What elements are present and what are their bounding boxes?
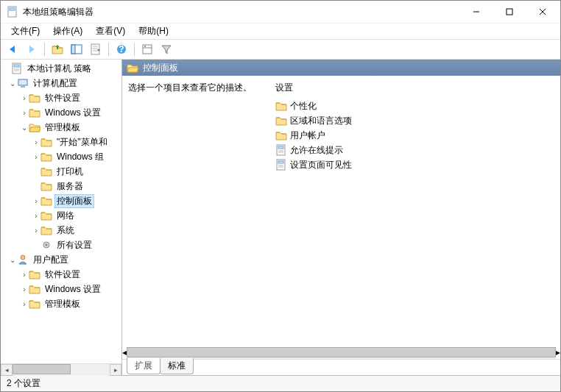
folder-icon bbox=[40, 165, 52, 177]
app-icon bbox=[7, 6, 18, 18]
description-column: 选择一个项目来查看它的描述。 bbox=[128, 82, 275, 341]
menubar: 文件(F) 操作(A) 查看(V) 帮助(H) bbox=[1, 23, 560, 39]
chevron-down-icon[interactable]: ⌄ bbox=[8, 256, 17, 264]
folder-icon bbox=[29, 283, 40, 295]
help-button[interactable]: ? bbox=[113, 40, 130, 58]
properties-button[interactable] bbox=[138, 40, 156, 58]
folder-icon bbox=[29, 298, 40, 310]
svg-rect-20 bbox=[71, 45, 75, 54]
folder-open-icon bbox=[29, 121, 40, 133]
tree-windows-settings[interactable]: › Windows 设置 bbox=[1, 105, 121, 120]
filter-button[interactable] bbox=[158, 40, 175, 58]
export-list-button[interactable] bbox=[87, 40, 105, 58]
scroll-right-button[interactable]: ▸ bbox=[556, 347, 560, 359]
tree-admin-templates[interactable]: ⌄ 管理模板 bbox=[1, 120, 121, 135]
chevron-right-icon[interactable]: › bbox=[32, 227, 40, 235]
tree[interactable]: ▸ 本地计算机 策略 ⌄ 计算机配置 › 软件设置 › Wind bbox=[1, 60, 121, 363]
list-item[interactable]: 用户帐户 bbox=[275, 128, 554, 143]
tree-user-windows[interactable]: › Windows 设置 bbox=[1, 282, 121, 296]
detail-title: 控制面板 bbox=[143, 62, 178, 74]
scroll-left-button[interactable]: ◂ bbox=[1, 364, 13, 376]
chevron-down-icon[interactable]: ⌄ bbox=[8, 79, 17, 88]
policy-icon bbox=[275, 159, 287, 171]
tree-computer-config[interactable]: ⌄ 计算机配置 bbox=[1, 76, 121, 90]
folder-icon bbox=[40, 180, 52, 192]
statusbar: 2 个设置 bbox=[1, 375, 560, 391]
scroll-right-button[interactable]: ▸ bbox=[110, 364, 121, 376]
tree-user-admin[interactable]: › 管理模板 bbox=[1, 296, 121, 311]
tree-start-menu[interactable]: › "开始"菜单和 bbox=[1, 135, 121, 149]
list-item[interactable]: 区域和语言选项 bbox=[275, 113, 554, 128]
chevron-right-icon[interactable]: › bbox=[20, 271, 29, 279]
tab-extended[interactable]: 扩展 bbox=[127, 358, 160, 374]
tree-network[interactable]: › 网络 bbox=[1, 208, 121, 223]
folder-icon bbox=[275, 129, 287, 141]
description-prompt: 选择一个项目来查看它的描述。 bbox=[128, 82, 268, 94]
main-body: ▸ 本地计算机 策略 ⌄ 计算机配置 › 软件设置 › Wind bbox=[1, 60, 560, 375]
tree-user-software[interactable]: › 软件设置 bbox=[1, 267, 121, 282]
up-button[interactable] bbox=[49, 40, 66, 58]
folder-open-icon bbox=[127, 62, 138, 74]
gear-icon bbox=[40, 239, 52, 251]
folder-icon bbox=[40, 210, 52, 221]
chevron-right-icon[interactable]: › bbox=[20, 285, 29, 293]
show-hide-tree-button[interactable] bbox=[68, 40, 85, 58]
tree-server[interactable]: › 服务器 bbox=[1, 179, 121, 193]
folder-icon bbox=[275, 100, 287, 112]
tree-windows-components[interactable]: › Windows 组 bbox=[1, 149, 121, 164]
menu-action[interactable]: 操作(A) bbox=[47, 24, 88, 39]
tree-software-settings[interactable]: › 软件设置 bbox=[1, 90, 121, 105]
policy-icon bbox=[11, 63, 23, 74]
svg-point-25 bbox=[144, 46, 146, 47]
svg-rect-14 bbox=[10, 8, 15, 10]
svg-rect-23 bbox=[143, 45, 152, 54]
tree-pane: ▸ 本地计算机 策略 ⌄ 计算机配置 › 软件设置 › Wind bbox=[1, 60, 122, 375]
minimize-button[interactable] bbox=[459, 1, 493, 22]
detail-tabs: 扩展 标准 bbox=[122, 359, 560, 375]
chevron-right-icon[interactable]: › bbox=[32, 153, 40, 161]
menu-file[interactable]: 文件(F) bbox=[5, 24, 46, 39]
menu-help[interactable]: 帮助(H) bbox=[133, 24, 174, 39]
maximize-button[interactable] bbox=[493, 1, 526, 22]
user-icon bbox=[17, 254, 29, 266]
window-title: 本地组策略编辑器 bbox=[23, 6, 459, 18]
folder-icon bbox=[275, 115, 287, 126]
toolbar: ? bbox=[1, 39, 560, 60]
chevron-right-icon[interactable]: › bbox=[20, 109, 29, 117]
folder-icon bbox=[40, 195, 52, 207]
titlebar: 本地组策略编辑器 bbox=[1, 1, 560, 23]
window: 本地组策略编辑器 文件(F) 操作(A) 查看(V) 帮助(H) ? bbox=[0, 0, 561, 392]
back-button[interactable] bbox=[4, 40, 21, 58]
tree-system[interactable]: › 系统 bbox=[1, 223, 121, 238]
detail-h-scrollbar[interactable]: ◂ ▸ bbox=[122, 347, 560, 359]
folder-icon bbox=[29, 107, 40, 118]
chevron-down-icon[interactable]: ⌄ bbox=[20, 124, 29, 132]
settings-list: 设置 个性化 区域和语言选项 用户帐户 允许在 bbox=[275, 82, 554, 341]
tree-root[interactable]: ▸ 本地计算机 策略 bbox=[1, 61, 121, 76]
tree-h-scrollbar[interactable]: ◂ ▸ bbox=[1, 363, 121, 375]
chevron-right-icon[interactable]: › bbox=[32, 212, 40, 220]
detail-header: 控制面板 bbox=[122, 60, 560, 76]
tree-printers[interactable]: › 打印机 bbox=[1, 164, 121, 179]
chevron-right-icon[interactable]: › bbox=[32, 138, 40, 146]
settings-heading: 设置 bbox=[275, 82, 554, 94]
list-item[interactable]: 个性化 bbox=[275, 99, 554, 113]
folder-icon bbox=[40, 224, 52, 236]
tree-user-config[interactable]: ⌄ 用户配置 bbox=[1, 252, 121, 267]
folder-icon bbox=[40, 151, 52, 163]
list-item[interactable]: 允许在线提示 bbox=[275, 143, 554, 157]
chevron-right-icon[interactable]: › bbox=[32, 197, 40, 205]
chevron-right-icon[interactable]: › bbox=[20, 300, 29, 308]
folder-icon bbox=[40, 136, 52, 148]
list-item[interactable]: 设置页面可见性 bbox=[275, 157, 554, 172]
close-button[interactable] bbox=[526, 1, 559, 22]
status-text: 2 个设置 bbox=[7, 377, 40, 390]
detail-pane: 控制面板 选择一个项目来查看它的描述。 设置 个性化 区域和语言选项 bbox=[122, 60, 560, 375]
tree-control-panel[interactable]: › 控制面板 bbox=[1, 193, 121, 208]
forward-button[interactable] bbox=[23, 40, 40, 58]
tab-standard[interactable]: 标准 bbox=[160, 358, 194, 374]
menu-view[interactable]: 查看(V) bbox=[90, 24, 131, 39]
svg-text:?: ? bbox=[119, 44, 124, 54]
tree-all-settings[interactable]: › 所有设置 bbox=[1, 238, 121, 252]
chevron-right-icon[interactable]: › bbox=[20, 94, 29, 102]
